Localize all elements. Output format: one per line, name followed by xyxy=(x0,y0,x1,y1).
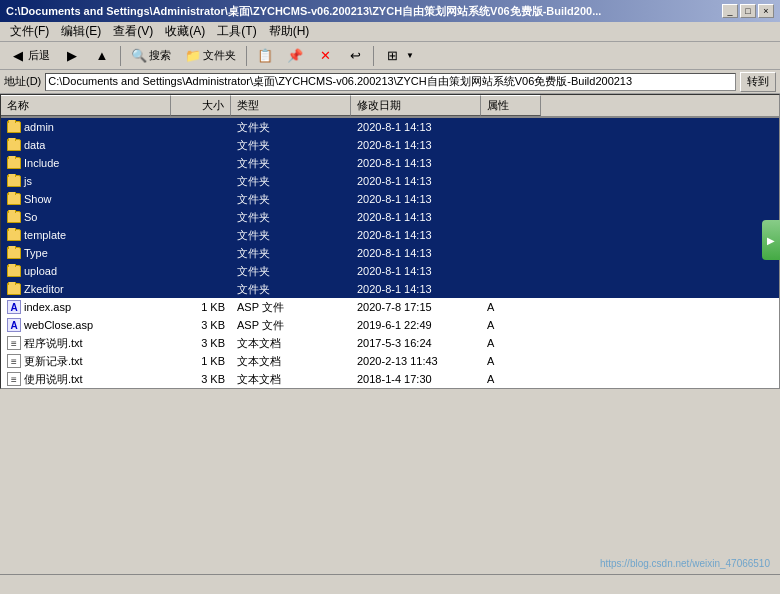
file-size: 3 KB xyxy=(171,318,231,332)
folder-icon xyxy=(7,283,21,295)
table-row[interactable]: Include 文件夹 2020-8-1 14:13 xyxy=(1,154,779,172)
menu-help[interactable]: 帮助(H) xyxy=(263,21,316,42)
toolbar: ◀ 后退 ▶ ▲ 🔍 搜索 📁 文件夹 📋 📌 ✕ ↩ ⊞ ▼ xyxy=(0,42,780,70)
file-date: 2020-8-1 14:13 xyxy=(351,228,481,242)
separator-2 xyxy=(246,46,247,66)
file-type: ASP 文件 xyxy=(231,299,351,316)
views-button[interactable]: ⊞ ▼ xyxy=(378,45,424,67)
asp-file-icon: A xyxy=(7,300,21,314)
file-size xyxy=(171,198,231,200)
txt-file-icon: ≡ xyxy=(7,372,21,386)
table-row[interactable]: admin 文件夹 2020-8-1 14:13 xyxy=(1,118,779,136)
close-button[interactable]: × xyxy=(758,4,774,18)
undo-button[interactable]: ↩ xyxy=(341,45,369,67)
file-name-text: upload xyxy=(24,265,57,277)
table-row[interactable]: template 文件夹 2020-8-1 14:13 xyxy=(1,226,779,244)
file-date: 2020-8-1 14:13 xyxy=(351,264,481,278)
file-name-text: js xyxy=(24,175,32,187)
search-button[interactable]: 🔍 搜索 xyxy=(125,45,177,67)
delete-button[interactable]: ✕ xyxy=(311,45,339,67)
minimize-button[interactable]: _ xyxy=(722,4,738,18)
file-date: 2020-8-1 14:13 xyxy=(351,246,481,260)
file-size xyxy=(171,144,231,146)
back-button[interactable]: ◀ 后退 xyxy=(4,45,56,67)
file-attr: A xyxy=(481,372,541,386)
table-row[interactable]: Type 文件夹 2020-8-1 14:13 xyxy=(1,244,779,262)
table-row[interactable]: js 文件夹 2020-8-1 14:13 xyxy=(1,172,779,190)
paste-icon: 📌 xyxy=(287,48,303,64)
folders-button[interactable]: 📁 文件夹 xyxy=(179,45,242,67)
file-type: 文件夹 xyxy=(231,155,351,172)
folder-icon xyxy=(7,265,21,277)
col-header-date[interactable]: 修改日期 xyxy=(351,95,481,116)
file-date: 2020-8-1 14:13 xyxy=(351,192,481,206)
title-bar: C:\Documents and Settings\Administrator\… xyxy=(0,0,780,22)
file-date: 2020-8-1 14:13 xyxy=(351,174,481,188)
separator-3 xyxy=(373,46,374,66)
address-go-button[interactable]: 转到 xyxy=(740,72,776,92)
file-size xyxy=(171,234,231,236)
folder-icon xyxy=(7,193,21,205)
file-name-text: Show xyxy=(24,193,52,205)
col-header-name[interactable]: 名称 xyxy=(1,95,171,116)
file-size xyxy=(171,252,231,254)
file-rows: admin 文件夹 2020-8-1 14:13 data 文件夹 2020-8… xyxy=(1,118,779,388)
delete-icon: ✕ xyxy=(317,48,333,64)
file-name-text: admin xyxy=(24,121,54,133)
right-panel-toggle[interactable]: ▶ xyxy=(762,220,780,260)
file-name: ≡ 程序说明.txt xyxy=(1,335,171,352)
col-header-size[interactable]: 大小 xyxy=(171,95,231,116)
views-dropdown-icon: ▼ xyxy=(402,48,418,64)
file-date: 2020-8-1 14:13 xyxy=(351,282,481,296)
file-attr xyxy=(481,180,541,182)
table-row[interactable]: A index.asp 1 KB ASP 文件 2020-7-8 17:15 A xyxy=(1,298,779,316)
file-name: Include xyxy=(1,156,171,170)
asp-file-icon: A xyxy=(7,318,21,332)
file-type: 文件夹 xyxy=(231,209,351,226)
table-row[interactable]: Show 文件夹 2020-8-1 14:13 xyxy=(1,190,779,208)
file-name: js xyxy=(1,174,171,188)
folder-icon xyxy=(7,229,21,241)
table-row[interactable]: A webClose.asp 3 KB ASP 文件 2019-6-1 22:4… xyxy=(1,316,779,334)
table-row[interactable]: ≡ 使用说明.txt 3 KB 文本文档 2018-1-4 17:30 A xyxy=(1,370,779,388)
file-name-text: index.asp xyxy=(24,301,71,313)
file-date: 2020-8-1 14:13 xyxy=(351,156,481,170)
table-row[interactable]: data 文件夹 2020-8-1 14:13 xyxy=(1,136,779,154)
back-label: 后退 xyxy=(28,48,50,63)
copy-button[interactable]: 📋 xyxy=(251,45,279,67)
file-name: admin xyxy=(1,120,171,134)
up-button[interactable]: ▲ xyxy=(88,45,116,67)
file-attr: A xyxy=(481,336,541,350)
menu-view[interactable]: 查看(V) xyxy=(107,21,159,42)
file-type: 文件夹 xyxy=(231,281,351,298)
file-date: 2017-5-3 16:24 xyxy=(351,336,481,350)
menu-favorites[interactable]: 收藏(A) xyxy=(159,21,211,42)
file-size: 3 KB xyxy=(171,336,231,350)
file-name-text: template xyxy=(24,229,66,241)
paste-button[interactable]: 📌 xyxy=(281,45,309,67)
menu-tools[interactable]: 工具(T) xyxy=(211,21,262,42)
file-attr xyxy=(481,162,541,164)
file-attr xyxy=(481,252,541,254)
forward-button[interactable]: ▶ xyxy=(58,45,86,67)
file-date: 2020-8-1 14:13 xyxy=(351,120,481,134)
folder-icon xyxy=(7,139,21,151)
table-row[interactable]: ≡ 更新记录.txt 1 KB 文本文档 2020-2-13 11:43 A xyxy=(1,352,779,370)
watermark: https://blog.csdn.net/weixin_47066510 xyxy=(600,558,770,569)
file-attr xyxy=(481,144,541,146)
txt-file-icon: ≡ xyxy=(7,336,21,350)
maximize-button[interactable]: □ xyxy=(740,4,756,18)
menu-file[interactable]: 文件(F) xyxy=(4,21,55,42)
col-header-type[interactable]: 类型 xyxy=(231,95,351,116)
file-type: 文件夹 xyxy=(231,137,351,154)
col-header-attr[interactable]: 属性 xyxy=(481,95,541,116)
title-bar-buttons: _ □ × xyxy=(722,4,774,18)
address-input[interactable] xyxy=(45,73,736,91)
file-name: upload xyxy=(1,264,171,278)
table-row[interactable]: ≡ 程序说明.txt 3 KB 文本文档 2017-5-3 16:24 A xyxy=(1,334,779,352)
file-size: 3 KB xyxy=(171,372,231,386)
table-row[interactable]: So 文件夹 2020-8-1 14:13 xyxy=(1,208,779,226)
table-row[interactable]: upload 文件夹 2020-8-1 14:13 xyxy=(1,262,779,280)
menu-edit[interactable]: 编辑(E) xyxy=(55,21,107,42)
table-row[interactable]: Zkeditor 文件夹 2020-8-1 14:13 xyxy=(1,280,779,298)
